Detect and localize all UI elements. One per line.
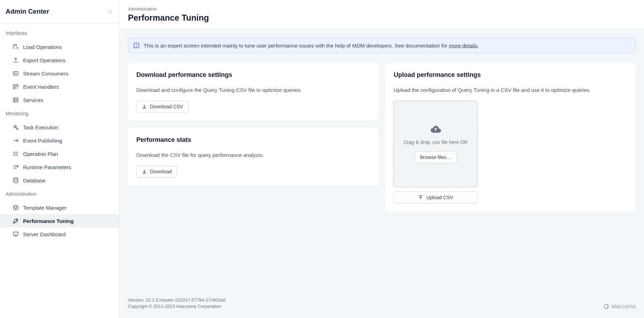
version-text: Version: 15.1.0.master-231017-57764-27c8…	[128, 297, 226, 303]
sidebar-collapse-icon[interactable]	[107, 8, 114, 15]
sidebar-nav: Interfaces Load Operations Export Operat…	[0, 23, 119, 318]
sidebar-item-label: Task Execution	[23, 124, 58, 130]
svg-rect-9	[16, 85, 18, 86]
footer-info: Version: 15.1.0.master-231017-57764-27c8…	[128, 297, 226, 310]
database-arrow-icon	[13, 44, 19, 50]
sidebar-item-services[interactable]: Services	[0, 93, 119, 107]
sidebar-item-task-execution[interactable]: Task Execution	[0, 121, 119, 134]
nav-section-title: Monitoring	[6, 111, 114, 116]
info-link[interactable]: more details	[449, 43, 478, 49]
button-label: Download	[150, 169, 172, 174]
main-header: Administration Performance Tuning	[120, 0, 644, 29]
svg-point-32	[15, 208, 16, 209]
sidebar-item-template-manager[interactable]: Template Manager	[0, 201, 119, 214]
browse-files-button[interactable]: Browse files…	[415, 151, 456, 163]
nav-section-interfaces: Interfaces	[0, 26, 119, 40]
list-icon	[13, 151, 19, 157]
svg-point-13	[14, 99, 15, 99]
rocket-icon	[13, 218, 19, 224]
download-icon	[142, 104, 147, 109]
breadcrumb: Administration	[128, 6, 636, 12]
sidebar-item-runtime-parameters[interactable]: Runtime Parameters	[0, 160, 119, 174]
card-description: Upload the configuration of Query Tuning…	[394, 87, 627, 93]
sidebar-item-label: Template Manager	[23, 205, 66, 211]
brand: ataccama	[603, 303, 636, 310]
info-text: This is an expert screen intended mainly…	[144, 43, 479, 49]
sidebar-item-event-handlers[interactable]: Event Handlers	[0, 80, 119, 93]
sidebar-item-server-dashboard[interactable]: Server Dashboard	[0, 227, 119, 241]
svg-rect-34	[13, 232, 18, 235]
page-title: Performance Tuning	[128, 13, 636, 23]
download-stats-button[interactable]: Download	[136, 166, 177, 178]
svg-point-27	[17, 166, 19, 167]
svg-point-16	[16, 128, 18, 130]
copyright-text: Copyright © 2011-2023 Ataccama Corporati…	[128, 303, 226, 310]
sidebar-item-label: Export Operations	[23, 57, 65, 63]
upload-csv-button[interactable]: Upload CSV	[394, 191, 478, 203]
svg-point-18	[14, 152, 14, 153]
sidebar-item-label: Database	[23, 178, 45, 183]
monitor-icon	[13, 231, 19, 237]
svg-point-3	[13, 44, 16, 46]
card-title: Download performance settings	[136, 71, 370, 79]
sidebar-item-stream-consumers[interactable]: Stream Consumers	[0, 67, 119, 80]
card-performance-stats: Performance stats Download the CSV file …	[128, 128, 378, 186]
template-icon	[13, 204, 19, 211]
svg-point-31	[16, 207, 17, 207]
svg-point-14	[14, 101, 15, 101]
svg-rect-10	[13, 87, 15, 89]
sidebar-item-label: Stream Consumers	[23, 71, 68, 77]
nav-section-title: Administration	[6, 191, 114, 197]
cloud-upload-icon	[430, 125, 441, 133]
gear-task-icon	[13, 124, 19, 130]
app-title: Admin Center	[6, 8, 49, 15]
sidebar-item-database[interactable]: Database	[0, 174, 119, 187]
sidebar-item-label: Event Publishing	[23, 138, 62, 144]
cards-row: Download performance settings Download a…	[128, 63, 636, 212]
card-description: Download the CSV file for query performa…	[136, 152, 370, 158]
brand-text: ataccama	[611, 303, 636, 310]
cards-col-left: Download performance settings Download a…	[128, 63, 378, 186]
cards-col-right: Upload performance settings Upload the c…	[385, 63, 636, 212]
database-icon	[13, 177, 19, 183]
upload-icon	[13, 57, 19, 63]
svg-point-33	[16, 220, 17, 221]
sidebar-item-event-publishing[interactable]: Event Publishing	[0, 134, 119, 147]
file-dropzone[interactable]: Drag & drop .csv file here OR Browse fil…	[394, 101, 478, 187]
publish-icon	[13, 137, 19, 144]
svg-point-15	[14, 126, 16, 128]
sidebar-header: Admin Center	[0, 0, 119, 23]
card-download-settings: Download performance settings Download a…	[128, 63, 378, 121]
svg-rect-8	[13, 85, 15, 86]
svg-point-28	[14, 178, 18, 180]
server-icon	[13, 97, 19, 103]
stream-icon	[13, 70, 19, 77]
card-description: Download and configure the Query Tuning …	[136, 87, 370, 93]
sidebar-item-label: Services	[23, 97, 43, 103]
download-icon	[142, 169, 147, 174]
sidebar-item-label: Load Operations	[23, 44, 62, 50]
dropzone-text: Drag & drop .csv file here OR	[404, 139, 468, 145]
sidebar-item-performance-tuning[interactable]: Performance Tuning	[0, 214, 119, 227]
upload-icon	[418, 195, 423, 200]
sidebar: Admin Center Interfaces Load Operations …	[0, 0, 120, 318]
sidebar-item-load-operations[interactable]: Load Operations	[0, 40, 119, 53]
button-label: Download CSV	[150, 104, 183, 109]
event-icon	[13, 84, 19, 90]
svg-point-30	[14, 207, 15, 207]
card-title: Upload performance settings	[394, 71, 627, 79]
card-title: Performance stats	[136, 136, 370, 144]
svg-point-22	[14, 155, 14, 156]
button-label: Browse files…	[420, 154, 451, 160]
info-icon	[133, 42, 139, 49]
footer: Version: 15.1.0.master-231017-57764-27c8…	[128, 290, 636, 310]
main: Administration Performance Tuning This i…	[120, 0, 644, 318]
sidebar-item-export-operations[interactable]: Export Operations	[0, 53, 119, 67]
sidebar-item-label: Operation Plan	[23, 151, 58, 157]
info-banner: This is an expert screen intended mainly…	[128, 38, 636, 53]
download-csv-button[interactable]: Download CSV	[136, 101, 188, 113]
sidebar-item-label: Runtime Parameters	[23, 164, 71, 170]
svg-point-20	[14, 153, 14, 154]
sidebar-item-operation-plan[interactable]: Operation Plan	[0, 147, 119, 160]
sidebar-item-label: Performance Tuning	[23, 218, 74, 224]
